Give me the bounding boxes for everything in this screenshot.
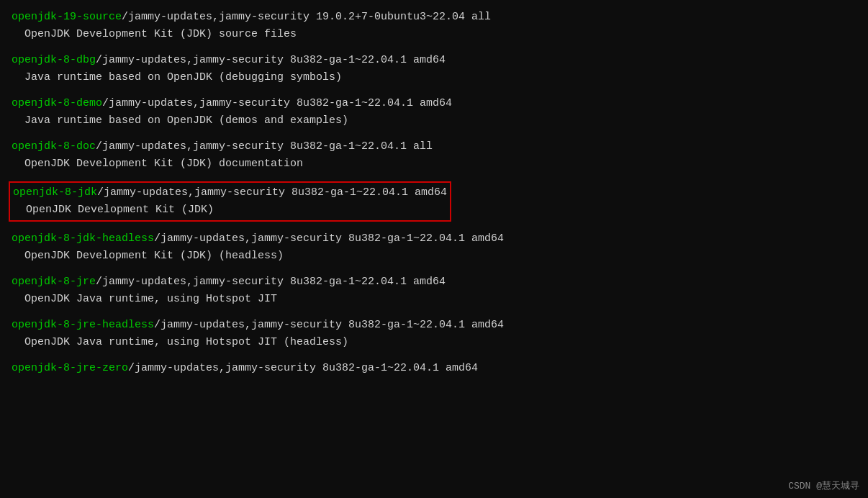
pkg-info-openjdk-8-jre: /jammy-updates,jammy-security 8u382-ga-1… xyxy=(96,276,446,288)
package-line: openjdk-8-jdk/jammy-updates,jammy-securi… xyxy=(13,184,447,202)
pkg-desc-openjdk-8-jre: OpenJDK Java runtime, using Hotspot JIT xyxy=(12,291,856,308)
pkg-desc-openjdk-8-dbg: Java runtime based on OpenJDK (debugging… xyxy=(12,69,856,86)
pkg-name-openjdk-19-source: openjdk-19-source xyxy=(12,11,122,23)
pkg-info-openjdk-8-jdk: /jammy-updates,jammy-security 8u382-ga-1… xyxy=(97,186,447,199)
pkg-info-openjdk-19-source: /jammy-updates,jammy-security 19.0.2+7-0… xyxy=(122,11,491,23)
pkg-name-openjdk-8-jdk-headless: openjdk-8-jdk-headless xyxy=(12,232,154,245)
pkg-desc-openjdk-8-demo: Java runtime based on OpenJDK (demos and… xyxy=(12,112,856,130)
list-item: openjdk-8-jre/jammy-updates,jammy-securi… xyxy=(12,273,856,308)
pkg-desc-openjdk-8-jre-headless: OpenJDK Java runtime, using Hotspot JIT … xyxy=(12,334,856,351)
package-line: openjdk-8-jre-zero/jammy-updates,jammy-s… xyxy=(12,360,856,377)
pkg-name-openjdk-8-jre-zero: openjdk-8-jre-zero xyxy=(12,362,128,374)
package-line: openjdk-8-jre/jammy-updates,jammy-securi… xyxy=(12,273,856,291)
package-line: openjdk-8-dbg/jammy-updates,jammy-securi… xyxy=(12,52,856,69)
pkg-desc-openjdk-8-doc: OpenJDK Development Kit (JDK) documentat… xyxy=(12,155,856,173)
package-line: openjdk-8-doc/jammy-updates,jammy-securi… xyxy=(12,138,856,155)
list-item-highlighted: openjdk-8-jdk/jammy-updates,jammy-securi… xyxy=(12,181,856,222)
pkg-name-openjdk-8-jre: openjdk-8-jre xyxy=(12,276,96,288)
pkg-name-openjdk-8-dbg: openjdk-8-dbg xyxy=(12,54,96,66)
pkg-desc-openjdk-8-jdk: OpenJDK Development Kit (JDK) xyxy=(13,202,447,219)
pkg-info-openjdk-8-jre-headless: /jammy-updates,jammy-security 8u382-ga-1… xyxy=(154,319,504,331)
pkg-info-openjdk-8-jdk-headless: /jammy-updates,jammy-security 8u382-ga-1… xyxy=(154,232,504,245)
package-line: openjdk-8-jdk-headless/jammy-updates,jam… xyxy=(12,230,856,248)
list-item: openjdk-8-jre-headless/jammy-updates,jam… xyxy=(12,317,856,351)
terminal-window: openjdk-19-source/jammy-updates,jammy-se… xyxy=(0,0,868,390)
list-item: openjdk-19-source/jammy-updates,jammy-se… xyxy=(12,9,856,43)
package-line: openjdk-8-demo/jammy-updates,jammy-secur… xyxy=(12,95,856,112)
package-line: openjdk-19-source/jammy-updates,jammy-se… xyxy=(12,9,856,26)
pkg-name-openjdk-8-doc: openjdk-8-doc xyxy=(12,140,96,153)
pkg-desc-openjdk-19-source: OpenJDK Development Kit (JDK) source fil… xyxy=(12,26,856,43)
list-item: openjdk-8-jre-zero/jammy-updates,jammy-s… xyxy=(12,360,856,377)
pkg-name-openjdk-8-jdk: openjdk-8-jdk xyxy=(13,186,97,199)
pkg-name-openjdk-8-jre-headless: openjdk-8-jre-headless xyxy=(12,319,154,331)
list-item: openjdk-8-jdk-headless/jammy-updates,jam… xyxy=(12,230,856,265)
watermark: CSDN @慧天城寻 xyxy=(788,479,859,492)
pkg-info-openjdk-8-doc: /jammy-updates,jammy-security 8u382-ga-1… xyxy=(96,140,433,153)
pkg-desc-openjdk-8-jdk-headless: OpenJDK Development Kit (JDK) (headless) xyxy=(12,248,856,265)
pkg-info-openjdk-8-demo: /jammy-updates,jammy-security 8u382-ga-1… xyxy=(102,97,452,109)
package-line: openjdk-8-jre-headless/jammy-updates,jam… xyxy=(12,317,856,334)
highlighted-box: openjdk-8-jdk/jammy-updates,jammy-securi… xyxy=(9,181,451,222)
list-item: openjdk-8-demo/jammy-updates,jammy-secur… xyxy=(12,95,856,130)
list-item: openjdk-8-doc/jammy-updates,jammy-securi… xyxy=(12,138,856,173)
pkg-info-openjdk-8-jre-zero: /jammy-updates,jammy-security 8u382-ga-1… xyxy=(128,362,478,374)
list-item: openjdk-8-dbg/jammy-updates,jammy-securi… xyxy=(12,52,856,86)
pkg-info-openjdk-8-dbg: /jammy-updates,jammy-security 8u382-ga-1… xyxy=(96,54,446,66)
pkg-name-openjdk-8-demo: openjdk-8-demo xyxy=(12,97,102,109)
